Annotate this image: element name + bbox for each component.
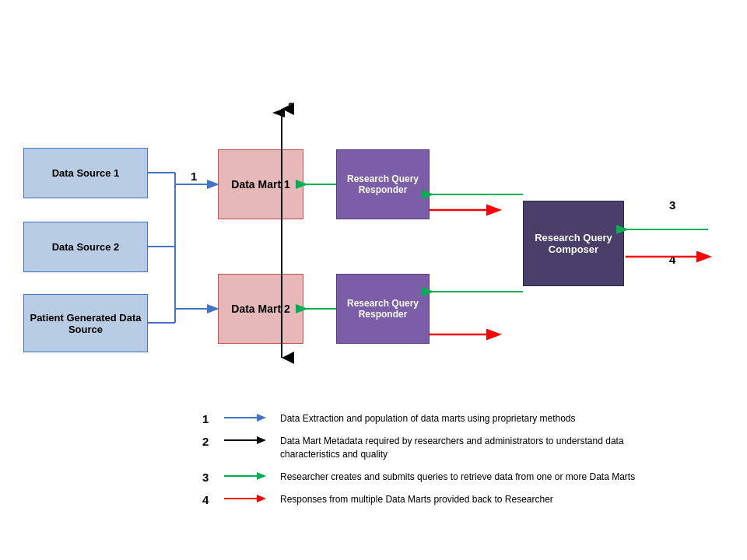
legend-arrow-3-svg [224, 471, 271, 481]
composer-label: Research Query Composer [527, 232, 620, 255]
legend-text-3: Researcher creates and submits queries t… [280, 471, 635, 484]
datasource2-box: Data Source 2 [23, 222, 148, 272]
legend-arrow-2-svg [224, 435, 271, 446]
composer-box: Research Query Composer [523, 201, 624, 286]
legend-number-3: 3 [202, 471, 218, 484]
diagram-area: Data Source 1 Data Source 2 Patient Gene… [0, 0, 747, 404]
legend-row-3: 3 Researcher creates and submits queries… [0, 471, 747, 484]
legend-area: 1 Data Extraction and population of data… [0, 412, 747, 560]
label-3: 3 [669, 198, 675, 212]
datamart1-box: Data Mart 1 [218, 149, 303, 219]
datasource2-label: Data Source 2 [52, 241, 120, 253]
label-1: 1 [191, 170, 197, 183]
legend-arrow-2 [224, 435, 271, 446]
legend-arrow-4 [224, 493, 271, 504]
legend-number-2: 2 [202, 435, 218, 448]
datasource3-box: Patient Generated Data Source [23, 294, 148, 352]
label-2: 2 [288, 100, 294, 113]
datamart1-label: Data Mart 1 [231, 178, 289, 191]
datamart2-box: Data Mart 2 [218, 274, 303, 344]
legend-text-4: Responses from multiple Data Marts provi… [280, 493, 553, 506]
responder1-box: Research Query Responder [336, 149, 430, 219]
legend-arrow-4-svg [224, 493, 271, 504]
legend-row-2: 2 Data Mart Metadata required by researc… [0, 435, 747, 461]
responder2-box: Research Query Responder [336, 274, 430, 344]
legend-row-4: 4 Responses from multiple Data Marts pro… [0, 493, 747, 506]
legend-arrow-1 [224, 412, 271, 423]
legend-arrow-3 [224, 471, 271, 481]
label-4: 4 [669, 253, 675, 266]
legend-number-4: 4 [202, 493, 218, 506]
legend-text-1: Data Extraction and population of data m… [280, 412, 576, 425]
datasource3-label: Patient Generated Data Source [27, 312, 144, 335]
datamart2-label: Data Mart 2 [231, 303, 289, 315]
responder1-label: Research Query Responder [340, 173, 426, 195]
legend-number-1: 1 [202, 412, 218, 425]
legend-text-2: Data Mart Metadata required by researche… [280, 435, 685, 461]
datasource1-box: Data Source 1 [23, 148, 148, 198]
responder2-label: Research Query Responder [340, 298, 426, 320]
legend-arrow-1-svg [224, 412, 271, 423]
datasource1-label: Data Source 1 [52, 167, 120, 179]
legend-row-1: 1 Data Extraction and population of data… [0, 412, 747, 425]
